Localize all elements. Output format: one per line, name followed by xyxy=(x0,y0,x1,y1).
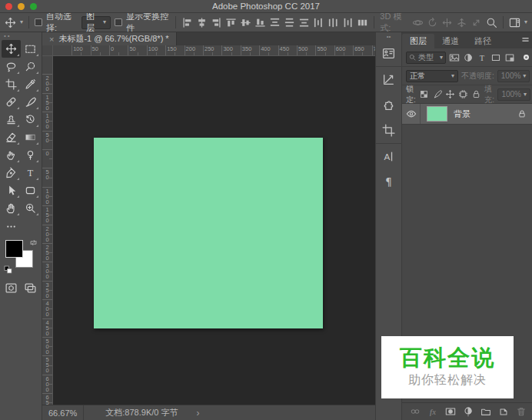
horizontal-ruler[interactable]: 1005005010015020025030035040045050055060… xyxy=(53,45,375,56)
search-icon[interactable] xyxy=(486,17,497,28)
type-tool[interactable]: T xyxy=(21,164,40,182)
canvas-area[interactable]: 1005005010015020025030035040045050055060… xyxy=(42,45,375,405)
show-transform-checkbox[interactable] xyxy=(115,18,122,26)
edit-toolbar-button[interactable] xyxy=(2,220,40,232)
lock-artboard-icon[interactable] xyxy=(458,89,468,99)
stamp-tool[interactable] xyxy=(2,111,21,128)
adjustments-panel-icon[interactable] xyxy=(376,67,402,92)
libraries-panel-icon[interactable] xyxy=(376,41,402,66)
auto-select-target-dropdown[interactable]: 图层 ▾ xyxy=(81,16,111,29)
align-right-edges-icon[interactable] xyxy=(211,17,222,28)
status-options-arrow-icon[interactable]: › xyxy=(196,408,199,418)
blend-mode-dropdown[interactable]: 正常 ▾ xyxy=(406,70,458,82)
crop-tool[interactable] xyxy=(2,75,21,93)
3d-orbit-icon[interactable] xyxy=(412,17,424,28)
filter-pixel-icon[interactable] xyxy=(449,52,460,63)
distribute-left-edges-icon[interactable] xyxy=(313,17,324,28)
group-folder-icon[interactable] xyxy=(480,406,491,417)
pen-tool[interactable] xyxy=(2,164,21,182)
zoom-level-field[interactable]: 66.67% xyxy=(42,405,84,420)
tab-layers[interactable]: 图层 xyxy=(402,34,434,48)
history-brush-tool[interactable] xyxy=(21,111,40,128)
align-bottom-edges-icon[interactable] xyxy=(254,17,266,28)
fx-icon[interactable]: fx xyxy=(427,406,438,417)
align-left-edges-icon[interactable] xyxy=(181,17,193,28)
filter-toggle-icon[interactable] xyxy=(522,53,530,62)
fill-field[interactable]: 100% ▾ xyxy=(497,88,530,101)
distribute-spacing-icon[interactable] xyxy=(357,17,368,28)
character-panel-icon[interactable]: A xyxy=(376,144,402,169)
3d-slide-icon[interactable] xyxy=(456,17,467,28)
layer-visibility-toggle[interactable] xyxy=(402,104,421,124)
foreground-color-swatch[interactable] xyxy=(5,240,23,258)
3d-pan-icon[interactable] xyxy=(441,17,453,28)
shapes-panel-icon[interactable] xyxy=(376,92,402,118)
3d-roll-icon[interactable] xyxy=(427,17,438,28)
3d-scale-icon[interactable] xyxy=(470,17,482,28)
panel-menu-icon[interactable] xyxy=(520,34,530,45)
smudge-tool[interactable] xyxy=(2,146,21,164)
align-horizontal-centers-icon[interactable] xyxy=(196,17,208,28)
distribute-vertical-centers-icon[interactable] xyxy=(284,17,295,28)
quick-mask-button[interactable] xyxy=(5,282,18,295)
status-bar: 66.67% 文档:878.9K/0 字节 › xyxy=(42,405,375,420)
path-select-tool[interactable] xyxy=(2,182,21,199)
layer-thumbnail[interactable] xyxy=(427,106,447,122)
layer-filter-type-dropdown[interactable]: 类型 ▾ xyxy=(406,52,446,64)
eraser-tool[interactable] xyxy=(2,128,21,146)
auto-select-checkbox[interactable] xyxy=(35,18,42,26)
workspace-switcher-icon[interactable] xyxy=(509,17,520,28)
document-canvas[interactable] xyxy=(94,138,323,328)
opacity-field[interactable]: 100% ▾ xyxy=(497,70,530,82)
screen-mode-button[interactable] xyxy=(24,282,37,295)
close-tab-icon[interactable]: × xyxy=(49,35,54,44)
chevron-down-icon: ▾ xyxy=(103,19,106,25)
gradient-tool[interactable] xyxy=(21,128,40,146)
lock-all-icon[interactable] xyxy=(471,89,481,99)
ruler-origin-corner[interactable] xyxy=(42,45,53,56)
distribute-horizontal-centers-icon[interactable] xyxy=(328,17,339,28)
vertical-ruler[interactable]: 2 0 01 5 01 0 05 005 01 0 01 5 02 0 02 5… xyxy=(42,56,53,405)
lock-transparent-icon[interactable] xyxy=(419,89,429,99)
filter-shape-icon[interactable] xyxy=(490,52,501,63)
marquee-tool[interactable] xyxy=(21,40,40,58)
shape-tool[interactable] xyxy=(21,182,40,199)
document-tab[interactable]: × 未标题-1 @ 66.7%(RGB/8*) * xyxy=(42,32,177,45)
new-layer-icon[interactable] xyxy=(498,406,509,417)
lock-pixels-icon[interactable] xyxy=(432,89,442,99)
link-layers-icon[interactable] xyxy=(410,406,421,417)
lasso-tool[interactable] xyxy=(2,58,21,75)
lock-position-icon[interactable] xyxy=(445,89,455,99)
swap-colors-icon[interactable] xyxy=(29,238,38,247)
filter-type-icon[interactable]: T xyxy=(477,52,487,63)
dodge-tool[interactable] xyxy=(21,146,40,164)
hand-tool[interactable] xyxy=(2,199,21,217)
move-tool[interactable] xyxy=(2,40,21,58)
tab-paths[interactable]: 路径 xyxy=(467,34,499,48)
filter-adjust-icon[interactable] xyxy=(463,52,474,63)
crop-panel-icon[interactable] xyxy=(376,118,402,143)
layer-mask-icon[interactable] xyxy=(445,406,456,417)
quick-select-tool[interactable] xyxy=(21,58,40,75)
distribute-bottom-edges-icon[interactable] xyxy=(298,17,310,28)
tab-channels[interactable]: 通道 xyxy=(434,34,467,48)
dock-grip[interactable]: •• xyxy=(387,35,391,41)
distribute-top-edges-icon[interactable] xyxy=(269,17,281,28)
eyedropper-tool[interactable] xyxy=(21,75,40,93)
paragraph-panel-icon[interactable]: ¶ xyxy=(376,169,402,195)
filter-smart-icon[interactable] xyxy=(504,52,515,63)
layer-row-background[interactable]: 背景 xyxy=(402,104,532,125)
healing-tool[interactable] xyxy=(2,93,21,111)
workspace-chevron-icon[interactable]: ▾ xyxy=(524,19,527,25)
tool-preset-chevron-icon[interactable]: ▾ xyxy=(20,19,23,25)
brush-tool[interactable] xyxy=(21,93,40,111)
align-vertical-centers-icon[interactable] xyxy=(240,17,251,28)
zoom-tool[interactable] xyxy=(21,199,40,217)
adjustment-layer-icon[interactable] xyxy=(463,406,474,417)
color-swatches xyxy=(4,238,38,274)
trash-icon[interactable] xyxy=(516,406,527,417)
default-colors-icon[interactable] xyxy=(4,265,12,274)
distribute-right-edges-icon[interactable] xyxy=(342,17,354,28)
toolbar-grip[interactable]: •• xyxy=(0,32,12,40)
align-top-edges-icon[interactable] xyxy=(225,17,237,28)
